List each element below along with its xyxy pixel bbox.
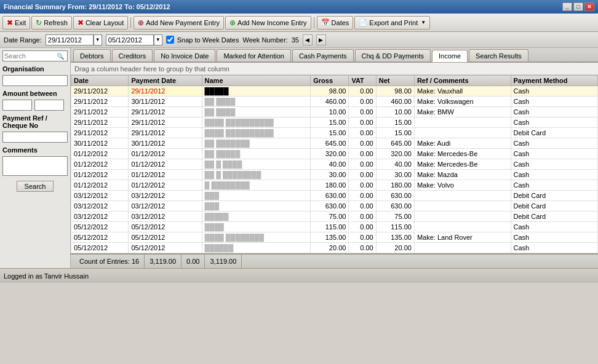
tabs-bar: DebtorsCreditorsNo Invoice DateMarked fo… — [71, 48, 598, 63]
comments-input[interactable] — [2, 156, 68, 176]
col-gross[interactable]: Gross — [311, 76, 349, 86]
tab-chq-&-dd-payments[interactable]: Chq & DD Payments — [355, 49, 431, 61]
col-payment-date[interactable]: Payment Date — [129, 76, 202, 86]
gross-total: 3,119.00 — [150, 258, 176, 265]
entries-table: DatePayment DateNameGrossVATNetRef / Com… — [71, 75, 598, 253]
refresh-button[interactable]: ↻ Refresh — [31, 16, 72, 30]
week-number-label: Week Number: 35 — [242, 36, 299, 44]
vat-total-item: 0.00 — [181, 255, 205, 268]
dates-button[interactable]: 📅 Dates — [317, 16, 354, 30]
table-row[interactable]: 03/12/201203/12/2012███630.000.00630.00D… — [71, 191, 598, 201]
table-row[interactable]: 01/12/201201/12/2012██ █ ████40.000.0040… — [71, 159, 598, 170]
refresh-icon: ↻ — [36, 18, 42, 27]
add-payment-icon: ⊕ — [138, 18, 144, 27]
prev-week-button[interactable]: ◀ — [303, 34, 313, 46]
add-income-button[interactable]: ⊕ Add New Income Entry — [225, 16, 311, 30]
date-range-label: Date Range: — [4, 36, 42, 44]
dates-icon: 📅 — [321, 18, 330, 26]
export-icon: 📄 — [359, 18, 367, 26]
payment-ref-label: Payment Ref / Cheque No — [2, 114, 68, 129]
from-date-dropdown[interactable]: ▼ — [94, 34, 102, 46]
add-payment-button[interactable]: ⊕ Add New Payment Entry — [134, 16, 224, 30]
clear-layout-button[interactable]: ✖ Clear Layout — [73, 16, 128, 30]
vat-total: 0.00 — [186, 258, 199, 265]
minimize-button[interactable]: _ — [562, 2, 572, 11]
table-row[interactable]: 05/12/201205/12/2012████115.000.00115.00… — [71, 222, 598, 232]
close-button[interactable]: ✕ — [584, 2, 594, 11]
exit-icon: ✖ — [7, 18, 13, 27]
separator — [130, 17, 131, 28]
table-row[interactable]: 29/11/201229/11/2012██ ████10.000.0010.0… — [71, 107, 598, 117]
table-row[interactable]: 01/12/201201/12/2012██ █████320.000.0032… — [71, 149, 598, 159]
search-icon[interactable]: 🔍 — [55, 53, 65, 60]
tab-creditors[interactable]: Creditors — [112, 49, 153, 61]
content-area: 🔍 Organisation Amount between Payment Re… — [0, 48, 598, 268]
next-week-button[interactable]: ▶ — [316, 34, 326, 46]
tab-search-results[interactable]: Search Results — [469, 49, 528, 61]
search-input[interactable] — [3, 52, 55, 60]
status-bar: Logged in as Tanvir Hussain — [0, 268, 598, 283]
tab-debtors[interactable]: Debtors — [73, 49, 111, 61]
table-row[interactable]: 03/12/201203/12/2012█████75.000.0075.00D… — [71, 212, 598, 222]
gross-total-item: 3,119.00 — [145, 255, 181, 268]
tab-income[interactable]: Income — [432, 50, 468, 62]
table-container[interactable]: DatePayment DateNameGrossVATNetRef / Com… — [71, 75, 598, 253]
logged-in-label: Logged in as Tanvir Hussain — [4, 272, 89, 280]
window-controls: _ □ ✕ — [562, 2, 594, 11]
table-row[interactable]: 29/11/201229/11/2012████ ██████████15.00… — [71, 117, 598, 128]
exit-button[interactable]: ✖ Exit — [2, 16, 30, 30]
net-total: 3,119.00 — [210, 258, 236, 265]
sidebar: 🔍 Organisation Amount between Payment Re… — [0, 48, 71, 268]
col-ref-/-comments[interactable]: Ref / Comments — [414, 76, 511, 86]
table-row[interactable]: 30/11/201230/11/2012██ ███████645.000.00… — [71, 138, 598, 149]
to-date-dropdown[interactable]: ▼ — [154, 34, 162, 46]
table-row[interactable]: 29/11/201229/11/2012████ ██████████15.00… — [71, 128, 598, 138]
table-row[interactable]: 01/12/201201/12/2012█ ████████180.000.00… — [71, 180, 598, 191]
comments-label: Comments — [2, 146, 68, 154]
footer-bar: Count of Entries: 16 3,119.00 0.00 3,119… — [71, 253, 598, 268]
right-panel: DebtorsCreditorsNo Invoice DateMarked fo… — [71, 48, 598, 268]
col-net[interactable]: Net — [376, 76, 414, 86]
export-button[interactable]: 📄 Export and Print ▼ — [354, 16, 430, 30]
clear-icon: ✖ — [78, 18, 84, 27]
table-row[interactable]: 05/12/201205/12/2012████ ████████135.000… — [71, 232, 598, 243]
amount-to-input[interactable] — [34, 100, 64, 111]
title-bar: Financial Summary From: 29/11/2012 To: 0… — [0, 0, 598, 14]
maximize-button[interactable]: □ — [573, 2, 583, 11]
table-row[interactable]: 01/12/201201/12/2012██ █ ████████30.000.… — [71, 170, 598, 180]
col-date[interactable]: Date — [71, 76, 129, 86]
count-label: Count of Entries: 16 — [79, 258, 139, 265]
toolbar: ✖ Exit ↻ Refresh ✖ Clear Layout ⊕ Add Ne… — [0, 14, 598, 32]
separator2 — [314, 17, 314, 28]
drag-hint: Drag a column header here to group by th… — [71, 63, 598, 75]
count-item: Count of Entries: 16 — [74, 255, 145, 268]
search-button[interactable]: Search — [17, 181, 54, 192]
date-bar: Date Range: ▼ ▼ Snap to Week Dates Week … — [0, 32, 598, 48]
net-total-item: 3,119.00 — [205, 255, 242, 268]
col-name[interactable]: Name — [202, 76, 311, 86]
amount-from-input[interactable] — [2, 100, 32, 111]
org-input[interactable] — [2, 75, 68, 86]
table-row[interactable]: 03/12/201203/12/2012███630.000.00630.00D… — [71, 201, 598, 212]
org-label: Organisation — [2, 65, 68, 73]
add-income-icon: ⊕ — [229, 18, 236, 27]
tab-cash-payments[interactable]: Cash Payments — [292, 49, 354, 61]
col-payment-method[interactable]: Payment Method — [511, 76, 598, 86]
amount-label: Amount between — [2, 90, 68, 97]
snap-checkbox[interactable] — [166, 36, 174, 44]
tab-no-invoice-date[interactable]: No Invoice Date — [154, 49, 215, 61]
payment-ref-input[interactable] — [2, 132, 68, 143]
tab-marked-for-attention[interactable]: Marked for Attention — [217, 49, 290, 61]
search-box: 🔍 — [2, 50, 68, 61]
table-row[interactable]: 05/12/201205/12/2012██████20.000.0020.00… — [71, 243, 598, 253]
to-date-input[interactable] — [106, 34, 154, 46]
col-vat[interactable]: VAT — [349, 76, 376, 86]
window-title: Financial Summary From: 29/11/2012 To: 0… — [4, 3, 170, 10]
export-dropdown-arrow: ▼ — [421, 20, 426, 25]
from-date-input[interactable] — [46, 34, 94, 46]
snap-label: Snap to Week Dates — [166, 36, 239, 44]
table-row[interactable]: 29/11/201230/11/2012██ ████460.000.00460… — [71, 97, 598, 107]
table-row[interactable]: 29/11/201229/11/2012█████98.000.0098.00M… — [71, 86, 598, 97]
amount-row — [2, 100, 68, 111]
